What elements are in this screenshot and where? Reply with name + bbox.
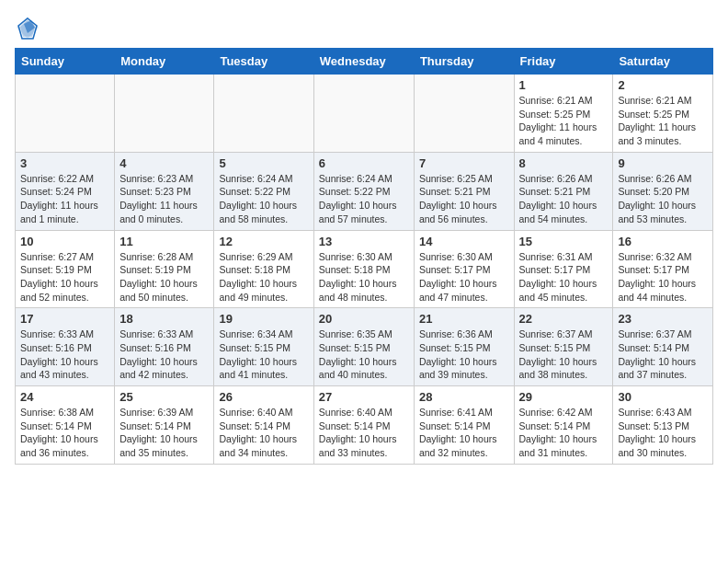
day-number: 25 xyxy=(119,390,209,404)
weekday-header: Thursday xyxy=(414,49,514,75)
weekday-header: Monday xyxy=(115,49,214,75)
calendar-cell: 27Sunrise: 6:40 AM Sunset: 5:14 PM Dayli… xyxy=(313,386,414,465)
day-info: Sunrise: 6:29 AM Sunset: 5:18 PM Dayligh… xyxy=(219,250,308,304)
header xyxy=(15,15,713,40)
day-number: 22 xyxy=(519,312,609,326)
day-info: Sunrise: 6:26 AM Sunset: 5:21 PM Dayligh… xyxy=(519,172,609,226)
calendar-cell xyxy=(115,75,214,153)
day-number: 26 xyxy=(219,390,308,404)
calendar-cell: 3Sunrise: 6:22 AM Sunset: 5:24 PM Daylig… xyxy=(16,152,115,230)
day-info: Sunrise: 6:21 AM Sunset: 5:25 PM Dayligh… xyxy=(618,94,708,148)
calendar-cell xyxy=(214,75,313,153)
calendar-cell: 21Sunrise: 6:36 AM Sunset: 5:15 PM Dayli… xyxy=(414,308,514,386)
day-info: Sunrise: 6:42 AM Sunset: 5:14 PM Dayligh… xyxy=(519,406,609,460)
calendar-table: SundayMondayTuesdayWednesdayThursdayFrid… xyxy=(15,48,713,465)
day-number: 1 xyxy=(519,78,609,92)
calendar-cell: 9Sunrise: 6:26 AM Sunset: 5:20 PM Daylig… xyxy=(613,152,713,230)
day-info: Sunrise: 6:37 AM Sunset: 5:14 PM Dayligh… xyxy=(618,327,708,382)
calendar-cell: 14Sunrise: 6:30 AM Sunset: 5:17 PM Dayli… xyxy=(414,230,514,308)
day-info: Sunrise: 6:39 AM Sunset: 5:14 PM Dayligh… xyxy=(119,406,209,460)
day-info: Sunrise: 6:35 AM Sunset: 5:15 PM Dayligh… xyxy=(319,327,409,382)
day-number: 2 xyxy=(618,78,708,92)
calendar-cell: 19Sunrise: 6:34 AM Sunset: 5:15 PM Dayli… xyxy=(214,308,313,386)
day-number: 24 xyxy=(20,390,109,404)
day-info: Sunrise: 6:24 AM Sunset: 5:22 PM Dayligh… xyxy=(319,172,409,226)
day-info: Sunrise: 6:36 AM Sunset: 5:15 PM Dayligh… xyxy=(419,327,509,382)
calendar-week-row: 10Sunrise: 6:27 AM Sunset: 5:19 PM Dayli… xyxy=(16,230,713,308)
day-number: 15 xyxy=(519,235,609,248)
day-number: 11 xyxy=(119,235,209,248)
calendar-week-row: 1Sunrise: 6:21 AM Sunset: 5:25 PM Daylig… xyxy=(16,75,713,153)
calendar-cell: 15Sunrise: 6:31 AM Sunset: 5:17 PM Dayli… xyxy=(514,230,613,308)
day-number: 5 xyxy=(219,156,308,170)
weekday-header: Saturday xyxy=(613,49,713,75)
logo-icon xyxy=(15,15,40,40)
day-info: Sunrise: 6:37 AM Sunset: 5:15 PM Dayligh… xyxy=(519,327,609,382)
calendar-cell: 11Sunrise: 6:28 AM Sunset: 5:19 PM Dayli… xyxy=(115,230,214,308)
day-info: Sunrise: 6:26 AM Sunset: 5:20 PM Dayligh… xyxy=(618,172,708,226)
day-info: Sunrise: 6:27 AM Sunset: 5:19 PM Dayligh… xyxy=(20,250,109,304)
logo xyxy=(15,15,44,40)
calendar-cell: 10Sunrise: 6:27 AM Sunset: 5:19 PM Dayli… xyxy=(16,230,115,308)
day-number: 12 xyxy=(219,235,308,248)
day-info: Sunrise: 6:31 AM Sunset: 5:17 PM Dayligh… xyxy=(519,250,609,304)
day-number: 9 xyxy=(618,156,708,170)
day-number: 8 xyxy=(519,156,609,170)
day-info: Sunrise: 6:22 AM Sunset: 5:24 PM Dayligh… xyxy=(20,172,109,226)
day-number: 14 xyxy=(419,235,509,248)
calendar-cell: 12Sunrise: 6:29 AM Sunset: 5:18 PM Dayli… xyxy=(214,230,313,308)
weekday-header: Sunday xyxy=(16,49,115,75)
calendar-cell xyxy=(414,75,514,153)
day-info: Sunrise: 6:33 AM Sunset: 5:16 PM Dayligh… xyxy=(119,327,209,382)
calendar-cell: 29Sunrise: 6:42 AM Sunset: 5:14 PM Dayli… xyxy=(514,386,613,465)
calendar-header-row: SundayMondayTuesdayWednesdayThursdayFrid… xyxy=(16,49,713,75)
calendar-cell: 8Sunrise: 6:26 AM Sunset: 5:21 PM Daylig… xyxy=(514,152,613,230)
weekday-header: Friday xyxy=(514,49,613,75)
day-number: 29 xyxy=(519,390,609,404)
day-number: 17 xyxy=(20,312,109,326)
day-number: 10 xyxy=(20,235,109,248)
calendar-cell xyxy=(16,75,115,153)
day-number: 3 xyxy=(20,156,109,170)
calendar-week-row: 17Sunrise: 6:33 AM Sunset: 5:16 PM Dayli… xyxy=(16,308,713,386)
calendar-cell: 24Sunrise: 6:38 AM Sunset: 5:14 PM Dayli… xyxy=(16,386,115,465)
calendar-cell: 23Sunrise: 6:37 AM Sunset: 5:14 PM Dayli… xyxy=(613,308,713,386)
calendar-cell: 22Sunrise: 6:37 AM Sunset: 5:15 PM Dayli… xyxy=(514,308,613,386)
day-info: Sunrise: 6:25 AM Sunset: 5:21 PM Dayligh… xyxy=(419,172,509,226)
day-info: Sunrise: 6:34 AM Sunset: 5:15 PM Dayligh… xyxy=(219,327,308,382)
day-info: Sunrise: 6:21 AM Sunset: 5:25 PM Dayligh… xyxy=(519,94,609,148)
day-number: 16 xyxy=(618,235,708,248)
day-info: Sunrise: 6:32 AM Sunset: 5:17 PM Dayligh… xyxy=(618,250,708,304)
calendar-week-row: 3Sunrise: 6:22 AM Sunset: 5:24 PM Daylig… xyxy=(16,152,713,230)
day-info: Sunrise: 6:23 AM Sunset: 5:23 PM Dayligh… xyxy=(119,172,209,226)
day-number: 28 xyxy=(419,390,509,404)
day-number: 6 xyxy=(319,156,409,170)
calendar-cell: 30Sunrise: 6:43 AM Sunset: 5:13 PM Dayli… xyxy=(613,386,713,465)
day-info: Sunrise: 6:43 AM Sunset: 5:13 PM Dayligh… xyxy=(618,406,708,460)
calendar-cell: 7Sunrise: 6:25 AM Sunset: 5:21 PM Daylig… xyxy=(414,152,514,230)
calendar-cell: 28Sunrise: 6:41 AM Sunset: 5:14 PM Dayli… xyxy=(414,386,514,465)
day-number: 13 xyxy=(319,235,409,248)
day-info: Sunrise: 6:38 AM Sunset: 5:14 PM Dayligh… xyxy=(20,406,109,460)
day-number: 21 xyxy=(419,312,509,326)
day-number: 4 xyxy=(119,156,209,170)
day-number: 18 xyxy=(119,312,209,326)
calendar-cell: 2Sunrise: 6:21 AM Sunset: 5:25 PM Daylig… xyxy=(613,75,713,153)
day-number: 30 xyxy=(618,390,708,404)
day-info: Sunrise: 6:40 AM Sunset: 5:14 PM Dayligh… xyxy=(319,406,409,460)
day-number: 20 xyxy=(319,312,409,326)
day-info: Sunrise: 6:30 AM Sunset: 5:18 PM Dayligh… xyxy=(319,250,409,304)
day-number: 19 xyxy=(219,312,308,326)
calendar-cell: 16Sunrise: 6:32 AM Sunset: 5:17 PM Dayli… xyxy=(613,230,713,308)
calendar-week-row: 24Sunrise: 6:38 AM Sunset: 5:14 PM Dayli… xyxy=(16,386,713,465)
calendar-cell: 17Sunrise: 6:33 AM Sunset: 5:16 PM Dayli… xyxy=(16,308,115,386)
calendar-cell: 1Sunrise: 6:21 AM Sunset: 5:25 PM Daylig… xyxy=(514,75,613,153)
calendar-cell: 20Sunrise: 6:35 AM Sunset: 5:15 PM Dayli… xyxy=(313,308,414,386)
day-number: 23 xyxy=(618,312,708,326)
weekday-header: Wednesday xyxy=(313,49,414,75)
calendar-cell: 18Sunrise: 6:33 AM Sunset: 5:16 PM Dayli… xyxy=(115,308,214,386)
calendar-cell: 13Sunrise: 6:30 AM Sunset: 5:18 PM Dayli… xyxy=(313,230,414,308)
calendar-cell xyxy=(313,75,414,153)
calendar-cell: 6Sunrise: 6:24 AM Sunset: 5:22 PM Daylig… xyxy=(313,152,414,230)
calendar-cell: 4Sunrise: 6:23 AM Sunset: 5:23 PM Daylig… xyxy=(115,152,214,230)
